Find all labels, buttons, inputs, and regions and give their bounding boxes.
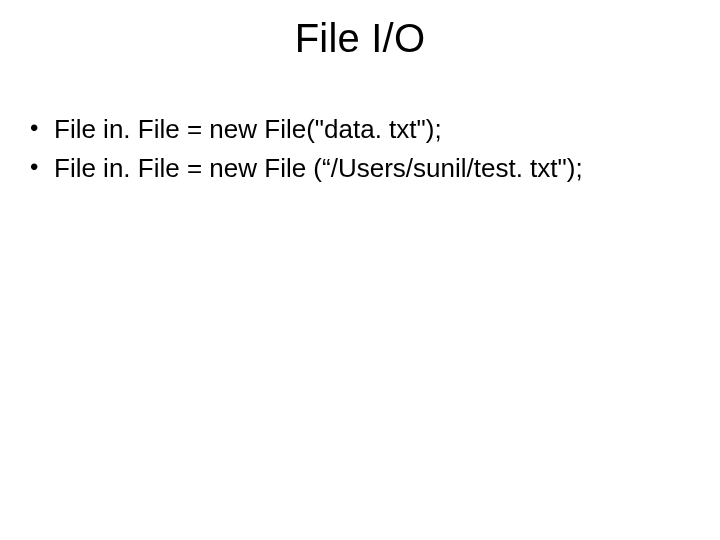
- list-item: File in. File = new File (“/Users/sunil/…: [28, 151, 692, 186]
- bullet-list: File in. File = new File("data. txt"); F…: [28, 112, 692, 186]
- list-item: File in. File = new File("data. txt");: [28, 112, 692, 147]
- slide-body: File in. File = new File("data. txt"); F…: [28, 112, 692, 190]
- slide: File I/O File in. File = new File("data.…: [0, 0, 720, 540]
- slide-title: File I/O: [0, 16, 720, 61]
